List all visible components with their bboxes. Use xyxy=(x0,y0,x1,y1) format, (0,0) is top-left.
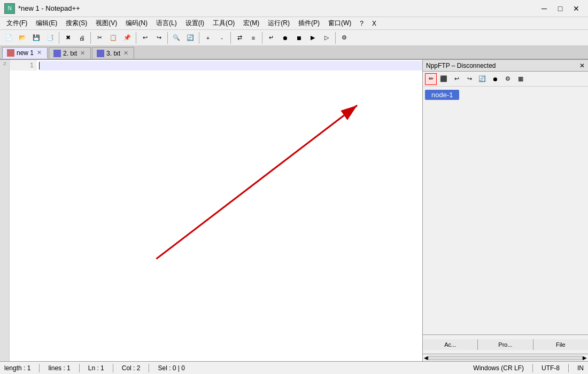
left-margin: N xyxy=(0,60,10,361)
status-lines: lines : 1 xyxy=(48,364,70,372)
menu-file[interactable]: 文件(F) xyxy=(2,18,32,29)
maximize-button[interactable]: □ xyxy=(553,3,568,14)
scroll-right-btn[interactable]: ▶ xyxy=(583,355,587,361)
tab-3txt[interactable]: 3. txt ✕ xyxy=(92,47,134,59)
tb-indent[interactable]: ≡ xyxy=(247,32,260,44)
menu-language[interactable]: 语言(L) xyxy=(152,18,181,29)
status-sep-1 xyxy=(39,364,40,372)
tab-close-new1[interactable]: ✕ xyxy=(37,49,42,56)
status-col: Col : 2 xyxy=(122,364,141,372)
status-encoding: UTF-8 xyxy=(541,364,560,372)
tb-save-all[interactable]: 📑 xyxy=(44,32,57,44)
text-cursor xyxy=(39,62,40,69)
nppftp-btn-1[interactable]: ⬛ xyxy=(438,73,450,85)
tab-close-2txt[interactable]: ✕ xyxy=(80,50,85,57)
tb-undo[interactable]: ↩ xyxy=(138,32,151,44)
menu-encode[interactable]: 编码(N) xyxy=(121,18,152,29)
nppftp-tab-pro[interactable]: Pro... xyxy=(478,339,533,350)
menu-plugins[interactable]: 插件(P) xyxy=(294,18,324,29)
line-number-1: 1 xyxy=(10,61,34,71)
nppftp-btn-record[interactable]: ⏺ xyxy=(489,73,501,85)
tb-find[interactable]: 🔍 xyxy=(170,32,183,44)
tab-new1[interactable]: new 1 ✕ xyxy=(2,47,48,59)
status-sep-4 xyxy=(149,364,149,372)
tb-copy[interactable]: 📋 xyxy=(107,32,120,44)
tb-macro-run[interactable]: ▷ xyxy=(320,32,333,44)
tb-settings[interactable]: ⚙ xyxy=(338,32,351,44)
tb-wrap[interactable]: ↵ xyxy=(265,32,277,44)
menu-edit[interactable]: 编辑(E) xyxy=(32,18,61,29)
tb-macro-play[interactable]: ▶ xyxy=(306,32,319,44)
menu-bar: 文件(F) 编辑(E) 搜索(S) 视图(V) 编码(N) 语言(L) 设置(I… xyxy=(0,17,588,30)
menu-macro[interactable]: 宏(M) xyxy=(239,18,264,29)
menu-run[interactable]: 运行(R) xyxy=(264,18,294,29)
window-controls: ─ □ ✕ xyxy=(537,3,584,14)
nppftp-btn-grid[interactable]: ▦ xyxy=(515,73,527,85)
tab-label-3txt: 3. txt xyxy=(106,50,120,57)
tab-icon-3txt xyxy=(97,50,104,57)
menu-window[interactable]: 窗口(W) xyxy=(324,18,355,29)
tab-bar: new 1 ✕ 2. txt ✕ 3. txt ✕ xyxy=(0,46,588,60)
editor-content[interactable] xyxy=(37,60,422,361)
tab-close-3txt[interactable]: ✕ xyxy=(123,50,128,57)
menu-search[interactable]: 搜索(S) xyxy=(61,18,91,29)
tb-paste[interactable]: 📌 xyxy=(121,32,134,44)
app-icon: N xyxy=(4,3,15,14)
status-ins: IN xyxy=(577,364,584,372)
toolbar-separator-7 xyxy=(262,32,262,44)
tb-open[interactable]: 📂 xyxy=(16,32,29,44)
tb-cut[interactable]: ✂ xyxy=(93,32,106,44)
status-line-ending: Windows (CR LF) xyxy=(473,364,524,372)
menu-help[interactable]: ? xyxy=(355,19,368,28)
status-sep-6 xyxy=(568,364,569,372)
tb-close[interactable]: ✖ xyxy=(61,32,74,44)
left-margin-text: N xyxy=(2,62,7,66)
nppftp-content: node-1 xyxy=(423,87,588,334)
nppftp-toolbar: ✏ ⬛ ↩ ↪ 🔄 ⏺ ⚙ ▦ xyxy=(423,72,588,87)
nppftp-panel: NppFTP – Disconnected ✕ ✏ ⬛ ↩ ↪ 🔄 ⏺ ⚙ ▦ … xyxy=(422,60,588,361)
tb-new[interactable]: 📄 xyxy=(2,32,15,44)
tab-2txt[interactable]: 2. txt ✕ xyxy=(49,47,91,59)
editor-area[interactable]: 1 xyxy=(10,60,422,361)
tb-macro-rec[interactable]: ⏺ xyxy=(278,32,291,44)
tb-redo[interactable]: ↪ xyxy=(152,32,165,44)
nppftp-bottom-tabs: Ac... Pro... File xyxy=(423,334,588,354)
nppftp-node-1[interactable]: node-1 xyxy=(425,90,459,100)
tb-zoom-in[interactable]: + xyxy=(202,32,214,44)
editor-line-1[interactable] xyxy=(39,61,422,71)
main-area: N 1 NppFTP – Disconnecte xyxy=(0,60,588,361)
tb-save[interactable]: 💾 xyxy=(30,32,43,44)
menu-settings[interactable]: 设置(I) xyxy=(181,18,208,29)
nppftp-tab-file[interactable]: File xyxy=(533,339,588,350)
nppftp-btn-4[interactable]: 🔄 xyxy=(476,73,488,85)
menu-view[interactable]: 视图(V) xyxy=(91,18,121,29)
tb-zoom-out[interactable]: - xyxy=(215,32,228,44)
status-ln: Ln : 1 xyxy=(88,364,104,372)
nppftp-btn-3[interactable]: ↪ xyxy=(463,73,475,85)
nppftp-btn-2[interactable]: ↩ xyxy=(451,73,462,85)
scroll-track[interactable] xyxy=(428,356,583,360)
status-sep-2 xyxy=(79,364,80,372)
tb-macro-stop[interactable]: ⏹ xyxy=(292,32,305,44)
status-bar: length : 1 lines : 1 Ln : 1 Col : 2 Sel … xyxy=(0,361,588,374)
status-sel: Sel : 0 | 0 xyxy=(158,364,184,372)
toolbar-separator-1 xyxy=(59,32,59,44)
tb-find-replace[interactable]: 🔄 xyxy=(184,32,197,44)
menu-x[interactable]: X xyxy=(368,19,381,28)
window-title: *new 1 - Notepad++ xyxy=(18,4,80,12)
minimize-button[interactable]: ─ xyxy=(537,3,552,14)
nppftp-btn-settings[interactable]: ⚙ xyxy=(502,73,514,85)
title-left: N *new 1 - Notepad++ xyxy=(4,3,80,14)
close-button[interactable]: ✕ xyxy=(569,3,584,14)
tb-print[interactable]: 🖨 xyxy=(75,32,88,44)
nppftp-scrollbar[interactable]: ◀ ▶ xyxy=(423,354,588,361)
tb-sync[interactable]: ⇄ xyxy=(233,32,246,44)
status-sep-5 xyxy=(532,364,533,372)
nppftp-tab-ac[interactable]: Ac... xyxy=(423,339,478,350)
scroll-left-btn[interactable]: ◀ xyxy=(424,355,428,361)
tab-icon-2txt xyxy=(53,50,61,57)
tab-label-new1: new 1 xyxy=(17,49,34,57)
nppftp-close-btn[interactable]: ✕ xyxy=(579,62,585,69)
menu-tools[interactable]: 工具(O) xyxy=(208,18,239,29)
nppftp-btn-edit[interactable]: ✏ xyxy=(425,73,437,85)
